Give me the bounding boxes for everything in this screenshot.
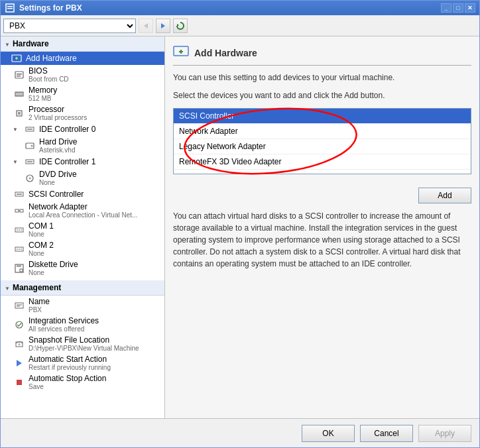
svg-rect-43 bbox=[20, 269, 23, 272]
scsi-label: SCSI Controller bbox=[29, 190, 84, 199]
ide1-label: IDE Controller 1 bbox=[39, 157, 95, 166]
name-icon bbox=[14, 300, 25, 311]
netadapter-label: Network Adapter bbox=[29, 202, 88, 211]
info-text: You can attach virtual hard disks to a S… bbox=[173, 210, 471, 270]
snapshot-label: Snapshot File Location bbox=[29, 335, 109, 345]
device-item-scsi[interactable]: SCSI Controller bbox=[174, 109, 471, 124]
svg-marker-50 bbox=[17, 360, 22, 366]
close-button[interactable]: ✕ bbox=[465, 3, 475, 13]
device-item-network[interactable]: Network Adapter bbox=[174, 124, 471, 139]
processor-icon bbox=[14, 108, 25, 119]
forward-button[interactable] bbox=[156, 19, 170, 33]
panel-title: Add Hardware bbox=[194, 48, 257, 58]
ide1-chevron-icon bbox=[10, 156, 21, 167]
refresh-button[interactable] bbox=[173, 19, 188, 33]
sidebar-item-name[interactable]: Name PBX bbox=[1, 296, 164, 315]
bottom-bar: OK Cancel Apply bbox=[1, 418, 479, 447]
description-text-1: You can use this setting to add devices … bbox=[173, 72, 471, 84]
sidebar-item-dvd[interactable]: DVD Drive None bbox=[1, 168, 164, 188]
processor-info: Processor 2 Virtual processors bbox=[29, 105, 87, 121]
sidebar-item-memory[interactable]: Memory 512 MB bbox=[1, 84, 164, 103]
com1-icon bbox=[14, 225, 25, 235]
svg-rect-25 bbox=[27, 161, 32, 162]
device-item-remotefx[interactable]: RemoteFX 3D Video Adapter bbox=[174, 154, 471, 170]
memory-info: Memory 512 MB bbox=[29, 85, 57, 102]
sidebar-item-harddrive[interactable]: Hard Drive Asterisk.vhd bbox=[1, 136, 164, 155]
svg-rect-44 bbox=[15, 303, 23, 308]
apply-button[interactable]: Apply bbox=[418, 425, 471, 442]
back-button[interactable] bbox=[139, 19, 153, 33]
sidebar-item-integration[interactable]: Integration Services All services offere… bbox=[1, 315, 164, 334]
autostop-label: Automatic Stop Action bbox=[29, 374, 106, 383]
svg-rect-30 bbox=[15, 209, 19, 212]
sidebar-item-com1[interactable]: COM 1 None bbox=[1, 220, 164, 239]
sidebar-item-processor[interactable]: Processor 2 Virtual processors bbox=[1, 103, 164, 123]
sidebar-item-com2[interactable]: COM 2 None bbox=[1, 239, 164, 258]
integration-sub: All services offered bbox=[29, 325, 99, 333]
sidebar-item-add-hardware[interactable]: Add Hardware bbox=[1, 52, 164, 65]
com2-icon bbox=[14, 244, 25, 254]
memory-icon bbox=[14, 89, 25, 99]
sidebar-item-ide0[interactable]: IDE Controller 0 bbox=[1, 123, 164, 136]
svg-rect-42 bbox=[17, 264, 21, 267]
dvd-icon bbox=[25, 173, 35, 184]
diskette-label: Diskette Drive bbox=[29, 260, 78, 269]
diskette-sub: None bbox=[29, 269, 78, 276]
bios-info: BIOS Boot from CD bbox=[29, 66, 69, 83]
sidebar-item-snapshot[interactable]: Snapshot File Location D:\Hyper-V\PBX\Ne… bbox=[1, 334, 164, 353]
integration-info: Integration Services All services offere… bbox=[29, 316, 99, 333]
sidebar-item-bios[interactable]: BIOS Boot from CD bbox=[1, 65, 164, 84]
hardware-section-label: Hardware bbox=[13, 39, 49, 48]
name-sub: PBX bbox=[29, 306, 50, 313]
add-button[interactable]: Add bbox=[418, 188, 471, 203]
memory-sub: 512 MB bbox=[29, 95, 57, 102]
add-btn-container: Add bbox=[173, 188, 471, 203]
com2-sub: None bbox=[29, 250, 54, 257]
com2-label: COM 2 bbox=[29, 241, 54, 250]
ide1-icon bbox=[25, 156, 35, 167]
autostop-icon bbox=[14, 377, 25, 388]
cancel-button[interactable]: Cancel bbox=[360, 425, 413, 442]
panel-header-icon bbox=[173, 44, 189, 61]
ide0-chevron-icon bbox=[10, 124, 21, 135]
sidebar-item-diskette[interactable]: Diskette Drive None bbox=[1, 258, 164, 278]
svg-point-38 bbox=[17, 249, 18, 250]
com2-info: COM 2 None bbox=[29, 241, 54, 257]
ide0-icon bbox=[25, 124, 35, 135]
name-info: Name PBX bbox=[29, 297, 50, 313]
vm-select[interactable]: PBX bbox=[3, 19, 136, 33]
bios-icon bbox=[14, 70, 25, 80]
ok-button[interactable]: OK bbox=[302, 425, 355, 442]
hdd-info: Hard Drive Asterisk.vhd bbox=[39, 137, 77, 154]
svg-rect-19 bbox=[18, 112, 21, 115]
sidebar-item-netadapter[interactable]: Network Adapter Local Area Connection - … bbox=[1, 201, 164, 220]
sidebar-item-autostart[interactable]: Automatic Start Action Restart if previo… bbox=[1, 353, 164, 372]
svg-rect-11 bbox=[17, 76, 21, 77]
autostart-info: Automatic Start Action Restart if previo… bbox=[29, 355, 111, 371]
scsi-icon bbox=[14, 189, 25, 199]
sidebar-item-ide1[interactable]: IDE Controller 1 bbox=[1, 155, 164, 168]
device-list: SCSI Controller Network Adapter Legacy N… bbox=[173, 108, 471, 174]
sidebar-item-scsi[interactable]: SCSI Controller bbox=[1, 188, 164, 201]
svg-rect-9 bbox=[15, 72, 23, 78]
svg-rect-1 bbox=[7, 6, 13, 7]
processor-label: Processor bbox=[29, 105, 64, 114]
svg-point-36 bbox=[21, 229, 22, 231]
maximize-button[interactable]: □ bbox=[453, 3, 463, 13]
netadapter-info: Network Adapter Local Area Connection - … bbox=[29, 202, 137, 219]
device-item-legacy-network-label: Legacy Network Adapter bbox=[179, 142, 266, 151]
netadapter-sub: Local Area Connection - Virtual Net... bbox=[29, 211, 137, 219]
minimize-button[interactable]: _ bbox=[441, 3, 451, 13]
autostart-sub: Restart if previously running bbox=[29, 364, 111, 371]
device-item-remotefx-label: RemoteFX 3D Video Adapter bbox=[179, 157, 282, 166]
device-item-legacy-network[interactable]: Legacy Network Adapter bbox=[174, 139, 471, 154]
hardware-section-header: Hardware bbox=[1, 36, 164, 52]
device-list-container: SCSI Controller Network Adapter Legacy N… bbox=[173, 108, 471, 181]
com1-label: COM 1 bbox=[29, 221, 54, 231]
processor-sub: 2 Virtual processors bbox=[29, 114, 87, 121]
bios-sub: Boot from CD bbox=[29, 76, 69, 83]
sidebar-item-autostop[interactable]: Automatic Stop Action Save bbox=[1, 372, 164, 392]
svg-point-27 bbox=[29, 177, 31, 179]
window-icon bbox=[5, 3, 15, 13]
integration-label: Integration Services bbox=[29, 316, 99, 325]
